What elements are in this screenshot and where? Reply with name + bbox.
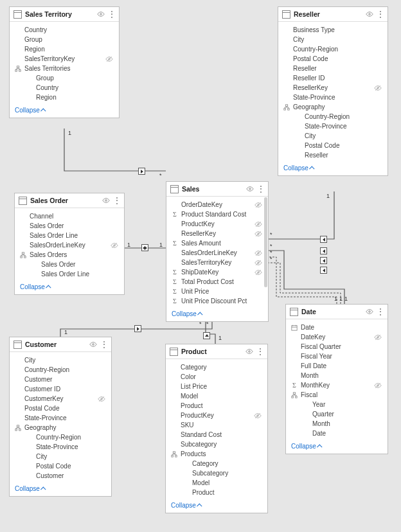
table-header[interactable]: Sales Territory⋮	[10, 7, 119, 22]
more-options-icon[interactable]: ⋮	[257, 184, 264, 193]
table-header[interactable]: Customer⋮	[10, 337, 111, 352]
visibility-icon[interactable]	[102, 197, 110, 204]
field-row[interactable]: ΣSales Amount	[166, 238, 268, 248]
field-row[interactable]: ΣUnit Price	[166, 287, 268, 296]
field-row[interactable]: Business Type	[278, 25, 388, 35]
field-row[interactable]: Country-Region	[278, 112, 388, 121]
table-sales_territory[interactable]: Sales Territory⋮CountryGroupRegionSalesT…	[9, 6, 120, 118]
hidden-icon[interactable]	[373, 382, 382, 389]
field-row[interactable]: Customer	[10, 471, 111, 481]
field-row[interactable]: State-Province	[278, 93, 388, 102]
scrollbar[interactable]	[264, 197, 267, 287]
table-sales[interactable]: Sales⋮OrderDateKeyΣProduct Standard Cost…	[166, 181, 269, 322]
field-row[interactable]: DateKey	[286, 332, 388, 342]
table-reseller[interactable]: Reseller⋮Business TypeCityCountry-Region…	[278, 6, 388, 176]
more-options-icon[interactable]: ⋮	[377, 307, 384, 316]
field-row[interactable]: ΣUnit Price Discount Pct	[166, 296, 268, 306]
more-options-icon[interactable]: ⋮	[113, 196, 120, 205]
field-row[interactable]: City	[10, 452, 111, 461]
field-row[interactable]: Sales Orders	[15, 250, 124, 260]
field-row[interactable]: City	[278, 131, 388, 141]
field-row[interactable]: Quarter	[286, 409, 388, 419]
field-row[interactable]: Month	[286, 371, 388, 380]
field-row[interactable]: Customer ID	[10, 384, 111, 394]
field-row[interactable]: Reseller	[278, 64, 388, 73]
hidden-icon[interactable]	[254, 201, 263, 209]
field-row[interactable]: State-Province	[10, 413, 111, 423]
collapse-button[interactable]: Collapse	[10, 483, 111, 496]
hidden-icon[interactable]	[105, 55, 114, 63]
hidden-icon[interactable]	[254, 269, 263, 276]
field-row[interactable]: SalesOrderLineKey	[166, 248, 268, 258]
collapse-button[interactable]: Collapse	[10, 104, 119, 118]
field-row[interactable]: OrderDateKey	[166, 200, 268, 209]
field-row[interactable]: ΣShipDateKey	[166, 267, 268, 277]
collapse-button[interactable]: Collapse	[286, 440, 388, 454]
collapse-button[interactable]: Collapse	[15, 281, 124, 294]
table-product[interactable]: Product⋮CategoryColorList PriceModelProd…	[165, 344, 268, 513]
visibility-icon[interactable]	[246, 185, 254, 193]
table-customer[interactable]: Customer⋮CityCountry-RegionCustomerCusto…	[9, 337, 112, 497]
field-row[interactable]: Region	[10, 44, 119, 54]
collapse-button[interactable]: Collapse	[166, 499, 267, 513]
field-row[interactable]: Geography	[10, 423, 111, 432]
table-header[interactable]: Sales⋮	[166, 182, 268, 197]
field-row[interactable]: Date	[286, 323, 388, 332]
field-row[interactable]: Date	[286, 429, 388, 438]
field-row[interactable]: Model	[166, 391, 267, 401]
field-row[interactable]: State-Province	[278, 121, 388, 131]
hidden-icon[interactable]	[373, 333, 382, 341]
table-date[interactable]: Date⋮DateDateKeyFiscal QuarterFiscal Yea…	[285, 304, 388, 454]
field-row[interactable]: Postal Code	[10, 403, 111, 413]
table-header[interactable]: Sales Order⋮	[15, 193, 124, 208]
field-row[interactable]: Country-Region	[278, 44, 388, 54]
visibility-icon[interactable]	[366, 308, 373, 315]
field-row[interactable]: Subcategory	[166, 439, 267, 449]
table-sales_order[interactable]: Sales Order⋮ChannelSales OrderSales Orde…	[14, 193, 125, 295]
field-row[interactable]: Product	[166, 401, 267, 411]
field-row[interactable]: List Price	[166, 382, 267, 391]
hidden-icon[interactable]	[253, 412, 262, 420]
field-row[interactable]: ResellerKey	[166, 229, 268, 238]
field-row[interactable]: Color	[166, 372, 267, 382]
field-row[interactable]: Postal Code	[278, 141, 388, 150]
hidden-icon[interactable]	[254, 259, 263, 267]
table-header[interactable]: Reseller⋮	[278, 7, 388, 22]
field-row[interactable]: Standard Cost	[166, 430, 267, 439]
field-row[interactable]: ΣMonthKey	[286, 380, 388, 390]
field-row[interactable]: Channel	[15, 211, 124, 221]
field-row[interactable]: Full Date	[286, 361, 388, 371]
field-row[interactable]: Category	[166, 362, 267, 372]
field-row[interactable]: SalesTerritoryKey	[10, 54, 119, 64]
field-row[interactable]: Sales Order	[15, 260, 124, 269]
field-row[interactable]: Postal Code	[10, 461, 111, 471]
visibility-icon[interactable]	[89, 341, 97, 348]
table-header[interactable]: Date⋮	[286, 305, 388, 319]
field-row[interactable]: SalesOrderLineKey	[15, 240, 124, 250]
more-options-icon[interactable]: ⋮	[377, 10, 384, 19]
field-row[interactable]: Sales Order Line	[15, 231, 124, 240]
field-row[interactable]: Products	[166, 449, 267, 459]
field-row[interactable]: Sales Territories	[10, 64, 119, 73]
field-row[interactable]: Region	[10, 93, 119, 102]
more-options-icon[interactable]: ⋮	[256, 347, 263, 356]
field-row[interactable]: ΣProduct Standard Cost	[166, 209, 268, 219]
field-row[interactable]: Group	[10, 73, 119, 83]
field-row[interactable]: Country	[10, 83, 119, 93]
field-row[interactable]: ΣTotal Product Cost	[166, 277, 268, 287]
field-row[interactable]: Fiscal Quarter	[286, 342, 388, 351]
collapse-button[interactable]: Collapse	[278, 162, 388, 175]
hidden-icon[interactable]	[97, 395, 106, 403]
field-row[interactable]: ResellerKey	[278, 83, 388, 93]
field-row[interactable]: State-Province	[10, 442, 111, 452]
field-row[interactable]: Category	[166, 459, 267, 468]
field-row[interactable]: Postal Code	[278, 54, 388, 64]
field-row[interactable]: Fiscal	[286, 390, 388, 400]
field-row[interactable]: Model	[166, 478, 267, 488]
visibility-icon[interactable]	[245, 348, 253, 355]
field-row[interactable]: Month	[286, 419, 388, 429]
field-row[interactable]: CustomerKey	[10, 394, 111, 403]
field-row[interactable]: City	[278, 35, 388, 44]
field-row[interactable]: Group	[10, 35, 119, 44]
field-row[interactable]: Geography	[278, 102, 388, 112]
